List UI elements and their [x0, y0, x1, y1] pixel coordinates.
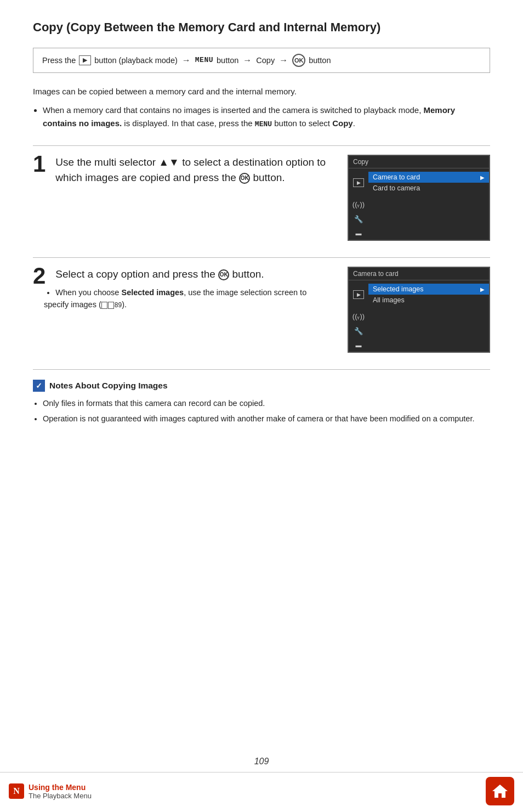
- footer-sub: The Playback Menu: [29, 792, 92, 800]
- nav-button3-label: button: [309, 56, 331, 65]
- footer-logo: N: [9, 783, 24, 799]
- step-1-item-label-2: Card to camera: [373, 184, 420, 192]
- pages-icon: [101, 302, 114, 309]
- step-1-row-wireless: ((ᵧ)): [349, 197, 489, 212]
- step-1-menu-item-card-to-camera: Card to camera: [368, 183, 489, 194]
- step-2-ok-icon: OK: [218, 269, 229, 280]
- nav-button2-label: button: [217, 56, 238, 65]
- step-2-section: 2 Select a copy option and press the OK …: [33, 257, 490, 353]
- step-1-wireless-icon-col: ((ᵧ)): [349, 198, 368, 211]
- step-1-icon-col: ▶: [349, 176, 368, 189]
- notes-title: Notes About Copying Images: [49, 381, 168, 391]
- step-2-left: 2 Select a copy option and press the OK …: [33, 267, 332, 311]
- step-1-empty-col3: [368, 231, 489, 235]
- step-1-menu-row: ▶ Camera to card ▶ Card to camera: [349, 168, 489, 197]
- step-1-chevron-1: ▶: [480, 174, 485, 181]
- step-2-number: 2: [33, 264, 46, 287]
- step-2-chevron-1: ▶: [480, 286, 485, 292]
- step-1-number: 1: [33, 153, 46, 176]
- notes-bullet-1: Only files in formats that this camera c…: [43, 397, 490, 410]
- step-2-wireless-icon: ((ᵧ)): [353, 312, 365, 320]
- step-2-wrench-icon-col: 🔧: [349, 325, 368, 337]
- nav-prefix: Press the: [42, 56, 76, 65]
- footer-link-main[interactable]: Using the Menu: [29, 783, 92, 792]
- step-2-row-wrench: 🔧: [349, 324, 489, 339]
- step-2-item-label-1: Selected images: [373, 285, 423, 293]
- playback-icon: ▶: [79, 55, 91, 65]
- step-1-right: Copy ▶ Camera to card ▶ Card to camera: [348, 155, 490, 241]
- battery-icon: ▬: [356, 230, 362, 236]
- nav-bar: Press the ▶ button (playback mode) → MEN…: [33, 48, 490, 73]
- step-2-menu-title: Camera to card: [349, 268, 489, 280]
- arrow-2: →: [243, 55, 252, 65]
- wireless-icon: ((ᵧ)): [353, 200, 365, 208]
- step-2-menu-items: Selected images ▶ All images: [368, 281, 489, 308]
- intro-bullets: When a memory card that contains no imag…: [43, 104, 490, 131]
- page-number: 109: [0, 748, 523, 772]
- step-1-row-wrench: 🔧: [349, 212, 489, 227]
- step-2-empty-col: [368, 314, 489, 319]
- step-1-menu-item-camera-to-card: Camera to card ▶: [368, 172, 489, 183]
- step-2-row-wireless: ((ᵧ)): [349, 309, 489, 324]
- notes-bullets: Only files in formats that this camera c…: [43, 397, 490, 425]
- step-1-empty-col: [368, 202, 489, 207]
- step-1-row-battery: ▬: [349, 227, 489, 240]
- step-1-section: 1 Use the multi selector ▲▼ to select a …: [33, 145, 490, 241]
- step-1-left: 1 Use the multi selector ▲▼ to select a …: [33, 155, 332, 185]
- arrow-1: →: [182, 55, 191, 65]
- step-2-playback-icon: ▶: [353, 290, 364, 299]
- ok-icon: OK: [292, 54, 305, 67]
- footer-bar: N Using the Menu The Playback Menu: [0, 772, 523, 812]
- wrench-icon: 🔧: [354, 215, 363, 223]
- step-1-menu-items: Camera to card ▶ Card to camera: [368, 170, 489, 196]
- step-2-text: Select a copy option and press the OK bu…: [55, 267, 332, 282]
- step-1-battery-icon-col: ▬: [349, 228, 368, 239]
- home-icon: [491, 782, 509, 800]
- step-2-wrench-icon: 🔧: [354, 327, 363, 335]
- notes-section: ✓ Notes About Copying Images Only files …: [33, 369, 490, 425]
- nav-button-label: button (playback mode): [94, 56, 178, 65]
- step-1-text: Use the multi selector ▲▼ to select a de…: [55, 155, 332, 185]
- footer-left: N Using the Menu The Playback Menu: [9, 783, 92, 800]
- step-2-menu-item-all: All images: [368, 295, 489, 306]
- step-2-right: Camera to card ▶ Selected images ▶ All i…: [348, 267, 490, 353]
- step-1-ok-icon: OK: [239, 173, 250, 184]
- step-2-menu-row: ▶ Selected images ▶ All images: [349, 280, 489, 309]
- page-footer: 109 N Using the Menu The Playback Menu: [0, 748, 523, 812]
- step-2-bullet-1: When you choose Selected images, use the…: [44, 286, 332, 311]
- arrow-3: →: [279, 55, 288, 65]
- intro-text: Images can be copied between a memory ca…: [33, 85, 490, 98]
- step-2-empty-col2: [368, 329, 489, 334]
- step-1-item-label-1: Camera to card: [373, 173, 420, 181]
- step-1-menu-title: Copy: [349, 156, 489, 168]
- step-2-camera-ui: Camera to card ▶ Selected images ▶ All i…: [348, 267, 490, 353]
- step-2-item-label-2: All images: [373, 296, 405, 304]
- step-1-wrench-icon-col: 🔧: [349, 213, 368, 225]
- step-2-bullets: When you choose Selected images, use the…: [44, 286, 332, 311]
- step-2-battery-icon-col: ▬: [349, 340, 368, 351]
- menu-label: MENU: [195, 56, 213, 64]
- step-2-icon-col: ▶: [349, 288, 368, 301]
- notes-header: ✓ Notes About Copying Images: [33, 380, 490, 392]
- page-title: Copy (Copy Between the Memory Card and I…: [33, 20, 490, 36]
- home-button[interactable]: [486, 777, 514, 805]
- notes-checkmark-icon: ✓: [33, 380, 45, 392]
- playback-mode-icon: ▶: [353, 178, 364, 187]
- step-2-wireless-icon-col: ((ᵧ)): [349, 310, 368, 323]
- step-2-battery-icon: ▬: [356, 342, 362, 348]
- notes-bullet-2: Operation is not guaranteed with images …: [43, 413, 490, 425]
- intro-bullet-1: When a memory card that contains no imag…: [43, 104, 490, 131]
- step-2-menu-item-selected: Selected images ▶: [368, 284, 489, 295]
- step-2-empty-col3: [368, 343, 489, 347]
- step-1-camera-ui: Copy ▶ Camera to card ▶ Card to camera: [348, 155, 490, 241]
- footer-links: Using the Menu The Playback Menu: [29, 783, 92, 800]
- step-2-row-battery: ▬: [349, 339, 489, 352]
- step-1-empty-col2: [368, 217, 489, 222]
- page-ref-89: 89: [101, 300, 122, 311]
- copy-label: Copy: [256, 56, 275, 65]
